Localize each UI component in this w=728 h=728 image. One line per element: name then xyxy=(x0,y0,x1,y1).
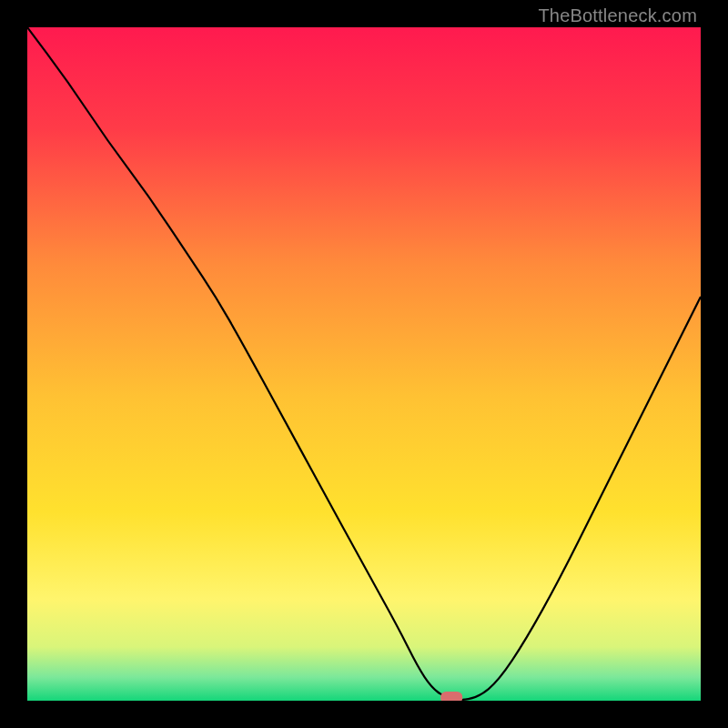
svg-rect-0 xyxy=(27,27,701,701)
background-gradient xyxy=(27,27,701,701)
plot-area xyxy=(27,27,701,701)
watermark-text: TheBottleneck.com xyxy=(538,5,697,26)
chart-frame: TheBottleneck.com xyxy=(0,0,728,728)
